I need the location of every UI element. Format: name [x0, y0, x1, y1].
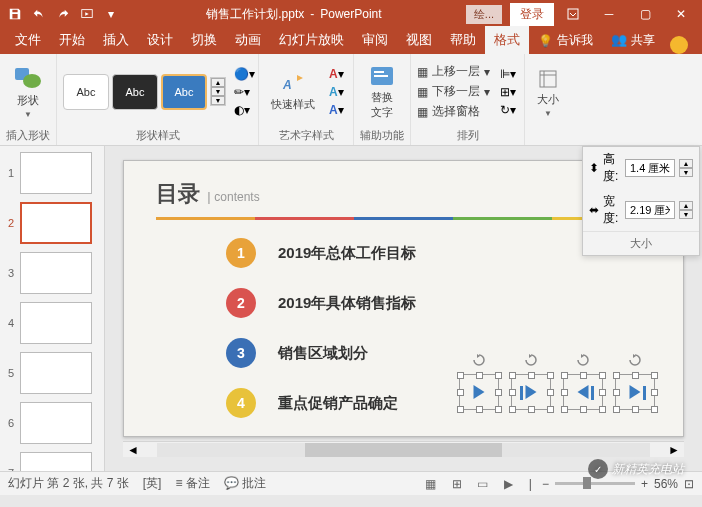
- rotate-handle[interactable]: [576, 353, 590, 367]
- tab-insert[interactable]: 插入: [94, 26, 138, 54]
- tab-format[interactable]: 格式: [485, 26, 529, 54]
- height-input[interactable]: [625, 159, 675, 177]
- thumbnail-3[interactable]: 3: [4, 252, 100, 294]
- slide-counter[interactable]: 幻灯片 第 2 张, 共 7 张: [8, 475, 129, 492]
- rotate-handle[interactable]: [524, 353, 538, 367]
- qat-customize-button[interactable]: ▾: [100, 3, 122, 25]
- shape-style-3[interactable]: Abc: [161, 74, 207, 110]
- size-button[interactable]: 大小 ▼: [531, 64, 565, 122]
- rotate-handle[interactable]: [472, 353, 486, 367]
- save-button[interactable]: [4, 3, 26, 25]
- maximize-button[interactable]: ▢: [628, 2, 662, 26]
- bring-forward-button[interactable]: ▦ 上移一层 ▾: [417, 63, 490, 80]
- slideshow-view-button[interactable]: ▶: [499, 475, 519, 493]
- group-wordart-styles: A 快速样式 A▾ A▾ A▾ 艺术字样式: [259, 54, 354, 145]
- width-input[interactable]: [625, 201, 675, 219]
- rotate-handle[interactable]: [628, 353, 642, 367]
- start-from-beginning-button[interactable]: [76, 3, 98, 25]
- width-icon: ⬌: [589, 203, 599, 217]
- close-button[interactable]: ✕: [664, 2, 698, 26]
- thumbnail-5[interactable]: 5: [4, 352, 100, 394]
- tab-transitions[interactable]: 切换: [182, 26, 226, 54]
- selected-shape-4[interactable]: [615, 374, 655, 410]
- tab-file[interactable]: 文件: [6, 26, 50, 54]
- filename: 销售工作计划.pptx: [206, 6, 304, 23]
- gallery-up[interactable]: ▲: [211, 78, 225, 87]
- comments-button[interactable]: 💬 批注: [224, 475, 266, 492]
- ribbon: 形状 ▼ 插入形状 Abc Abc Abc ▲ ▼ ▼ 🔵▾ ✏▾ ◐▾: [0, 54, 702, 146]
- shape-style-2[interactable]: Abc: [112, 74, 158, 110]
- tab-review[interactable]: 审阅: [353, 26, 397, 54]
- shape-outline-button[interactable]: ✏▾: [234, 84, 252, 100]
- tab-view[interactable]: 视图: [397, 26, 441, 54]
- login-button[interactable]: 登录: [510, 3, 554, 26]
- selected-shape-2[interactable]: [511, 374, 551, 410]
- shape-style-gallery[interactable]: Abc Abc Abc ▲ ▼ ▼: [63, 74, 226, 110]
- zoom-out-button[interactable]: −: [542, 477, 549, 491]
- text-fill-button[interactable]: A▾: [329, 66, 347, 82]
- align-button[interactable]: ⊫▾: [500, 66, 518, 82]
- tab-tellme[interactable]: 💡告诉我: [529, 27, 602, 54]
- selected-shape-3[interactable]: [563, 374, 603, 410]
- scroll-left[interactable]: ◄: [123, 443, 143, 457]
- redo-button[interactable]: [52, 3, 74, 25]
- feedback-button[interactable]: [670, 36, 688, 54]
- slide-title: 目录 | contents: [156, 179, 651, 209]
- thumbnail-1[interactable]: 1: [4, 152, 100, 194]
- svg-text:A: A: [282, 78, 292, 92]
- svg-rect-8: [540, 71, 556, 87]
- ribbon-options-button[interactable]: [556, 2, 590, 26]
- title-bar: ▾ 销售工作计划.pptx - PowerPoint 绘... 登录 ─ ▢ ✕: [0, 0, 702, 28]
- tab-slideshow[interactable]: 幻灯片放映: [270, 26, 353, 54]
- tab-share[interactable]: 👥 共享: [602, 27, 664, 54]
- selected-shape-1[interactable]: [459, 374, 499, 410]
- zoom-slider[interactable]: [555, 482, 635, 485]
- thumbnail-4[interactable]: 4: [4, 302, 100, 344]
- horizontal-scrollbar[interactable]: ◄ ►: [123, 441, 684, 457]
- thumbnail-2[interactable]: 2: [4, 202, 100, 244]
- width-down[interactable]: ▼: [679, 210, 693, 219]
- tab-home[interactable]: 开始: [50, 26, 94, 54]
- fit-button[interactable]: ⊡: [684, 477, 694, 491]
- minimize-button[interactable]: ─: [592, 2, 626, 26]
- height-label: 高度:: [603, 151, 621, 185]
- drawing-tools-tab[interactable]: 绘...: [466, 5, 502, 24]
- shape-fill-button[interactable]: 🔵▾: [234, 66, 252, 82]
- language-button[interactable]: [英]: [143, 475, 162, 492]
- scroll-thumb[interactable]: [305, 443, 502, 457]
- undo-button[interactable]: [28, 3, 50, 25]
- group-button[interactable]: ⊞▾: [500, 84, 518, 100]
- quick-styles-button[interactable]: A 快速样式: [265, 67, 321, 116]
- gallery-down[interactable]: ▼: [211, 87, 225, 96]
- size-popup: ⬍ 高度: ▲▼ ⬌ 宽度: ▲▼ 大小: [582, 146, 700, 256]
- tab-animations[interactable]: 动画: [226, 26, 270, 54]
- height-down[interactable]: ▼: [679, 168, 693, 177]
- watermark: ✓ 新精英充电站: [588, 459, 684, 479]
- reading-view-button[interactable]: ▭: [473, 475, 493, 493]
- gallery-more[interactable]: ▼: [211, 96, 225, 105]
- selection-pane-button[interactable]: ▦ 选择窗格: [417, 103, 490, 120]
- svg-rect-6: [374, 71, 384, 73]
- tab-design[interactable]: 设计: [138, 26, 182, 54]
- shape-style-1[interactable]: Abc: [63, 74, 109, 110]
- shape-effects-button[interactable]: ◐▾: [234, 102, 252, 118]
- size-popup-label: 大小: [583, 231, 699, 255]
- rotate-button[interactable]: ↻▾: [500, 102, 518, 118]
- text-outline-button[interactable]: A▾: [329, 84, 347, 100]
- group-size: 大小 ▼: [525, 54, 571, 145]
- group-arrange: ▦ 上移一层 ▾ ▦ 下移一层 ▾ ▦ 选择窗格 ⊫▾ ⊞▾ ↻▾ 排列: [411, 54, 525, 145]
- notes-button[interactable]: ≡ 备注: [175, 475, 209, 492]
- width-up[interactable]: ▲: [679, 201, 693, 210]
- text-effects-button[interactable]: A▾: [329, 102, 347, 118]
- scroll-right[interactable]: ►: [664, 443, 684, 457]
- send-backward-button[interactable]: ▦ 下移一层 ▾: [417, 83, 490, 100]
- shapes-gallery-button[interactable]: 形状 ▼: [7, 61, 49, 123]
- height-up[interactable]: ▲: [679, 159, 693, 168]
- sorter-view-button[interactable]: ⊞: [447, 475, 467, 493]
- thumbnail-7[interactable]: 7: [4, 452, 100, 471]
- thumbnail-6[interactable]: 6: [4, 402, 100, 444]
- alt-text-button[interactable]: 替换 文字: [362, 60, 402, 124]
- tab-help[interactable]: 帮助: [441, 26, 485, 54]
- toc-item-2: .toc-item:nth-child(2) .toc-num::before{…: [226, 288, 651, 318]
- normal-view-button[interactable]: ▦: [421, 475, 441, 493]
